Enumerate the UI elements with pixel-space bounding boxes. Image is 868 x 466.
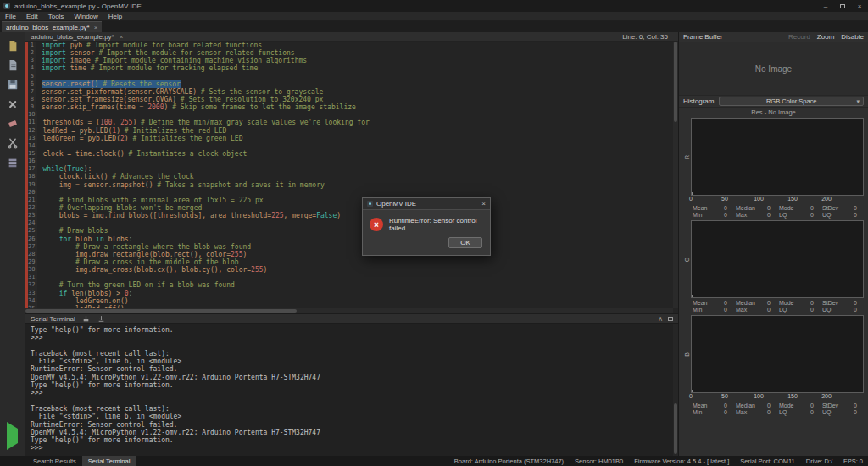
close-button[interactable]: × (851, 0, 868, 12)
menu-file[interactable]: File (0, 12, 21, 20)
line-number: 22 (25, 204, 37, 212)
build-icon[interactable] (6, 97, 19, 111)
menubar: File Edit Tools Window Help (0, 12, 868, 21)
stat-stdev: StDev0 (821, 402, 864, 408)
tab-serial-terminal[interactable]: Serial Terminal (82, 456, 136, 466)
code-line: 15clock = time.clock() # Instantiates a … (25, 150, 678, 158)
save-icon[interactable] (6, 78, 19, 92)
dialog-close-icon[interactable]: × (481, 200, 486, 208)
line-number: 33 (25, 290, 37, 297)
terminal-line: OpenMV v4.5.4; MicroPython v1.22-omv.r22… (31, 374, 673, 381)
save-log-icon[interactable] (97, 314, 106, 323)
maximize-button[interactable] (834, 0, 851, 12)
collapse-panel-icon[interactable]: ∧ (658, 315, 663, 323)
stat-lq: LQ0 (777, 409, 821, 415)
code-text: for blob in blobs: (42, 236, 132, 243)
docs-icon[interactable] (6, 156, 19, 169)
terminal-line: RuntimeError: Sensor control failed. (31, 365, 673, 373)
stat-max: Max0 (734, 212, 777, 218)
code-text: while(True): (42, 165, 92, 173)
line-number: 4 (25, 64, 36, 72)
window-title: arduino_blobs_example.py - OpenMV IDE (14, 3, 142, 10)
menu-window[interactable]: Window (69, 12, 103, 20)
code-text: # Draw a cross in the middle of the blob (42, 258, 238, 266)
dialog-titlebar[interactable]: OpenMV IDE × (363, 198, 490, 210)
file-icon[interactable] (6, 39, 19, 53)
line-number: 34 (25, 297, 37, 305)
code-line: 19 img = sensor.snapshot() # Takes a sna… (25, 181, 678, 189)
code-line: 22 # Overlapping blobs won't be merged (25, 204, 678, 212)
tab-close-icon[interactable]: × (94, 24, 98, 31)
code-editor[interactable]: 1import pyb # Import module for board re… (25, 42, 678, 313)
minimize-button[interactable]: – (817, 0, 834, 12)
clear-terminal-icon[interactable] (82, 314, 91, 323)
code-line: 17while(True): (25, 165, 678, 173)
stat-mean: Mean0 (691, 300, 734, 306)
line-number: 14 (25, 142, 37, 150)
sidebar-toolbar (0, 32, 25, 456)
zoom-button[interactable]: Zoom (817, 33, 834, 41)
disable-button[interactable]: Disable (841, 33, 864, 41)
line-number: 23 (25, 212, 37, 219)
statusbar: Search Results Serial Terminal Board: Ar… (0, 456, 868, 466)
histogram-title: Histogram (683, 97, 714, 105)
code-text: import pyb # Import module for board rel… (42, 42, 262, 49)
open-document-name[interactable]: arduino_blobs_example.py* (31, 33, 114, 41)
menu-tools[interactable]: Tools (43, 12, 70, 20)
terminal-line: Traceback (most recent call last): (31, 350, 673, 358)
line-number: 32 (25, 281, 37, 289)
eraser-icon[interactable] (6, 117, 19, 130)
stat-lq: LQ0 (777, 212, 821, 218)
code-line: 23 blobs = img.find_blobs([thresholds], … (25, 212, 678, 219)
editor-toolbar: arduino_blobs_example.py* × Line: 6, Col… (25, 32, 678, 42)
histogram-plot (691, 315, 864, 393)
scrollbar-thumb[interactable] (25, 309, 297, 313)
line-number: 26 (25, 236, 37, 243)
stat-uq: UQ0 (821, 307, 864, 313)
channel-axis-label: R (683, 118, 691, 196)
code-line: 13ledGreen = pyb.LED(2) # Initializes th… (25, 135, 678, 142)
edit-icon[interactable] (6, 58, 19, 72)
color-space-dropdown[interactable]: RGB Color Space ▾ (719, 97, 864, 106)
code-text: sensor.set_pixformat(sensor.GRAYSCALE) #… (42, 88, 323, 96)
record-button[interactable]: Record (788, 33, 810, 41)
menu-edit[interactable]: Edit (21, 12, 43, 20)
stat-min: Min0 (691, 212, 734, 218)
terminal-line: Type "help()" for more information. (31, 436, 673, 444)
line-number: 16 (25, 158, 37, 165)
stat-stdev: StDev0 (821, 205, 864, 211)
code-text: thresholds = (100, 255) # Define the min… (42, 119, 369, 126)
sensor-status: Sensor: HM01B0 (575, 458, 623, 465)
line-number: 30 (25, 266, 37, 274)
menu-help[interactable]: Help (103, 12, 127, 20)
dialog-app-icon (367, 201, 373, 207)
titlebar: arduino_blobs_example.py - OpenMV IDE – … (0, 0, 868, 12)
scrollbar-thumb[interactable] (674, 42, 677, 122)
scrollbar-thumb[interactable] (674, 403, 677, 454)
openmv-ide-window: arduino_blobs_example.py - OpenMV IDE – … (0, 0, 868, 466)
terminal-line: File "<stdin>", line 6, in <module> (31, 358, 673, 365)
stat-max: Max0 (734, 409, 777, 415)
stat-uq: UQ0 (821, 409, 864, 415)
cut-icon[interactable] (6, 136, 19, 150)
code-line: 34 ledGreen.on() (25, 297, 678, 305)
tab-search-results[interactable]: Search Results (27, 456, 82, 466)
document-close-icon[interactable]: × (120, 33, 124, 41)
drive-status: Drive: D:/ (806, 458, 832, 465)
line-number: 10 (25, 111, 37, 119)
serial-terminal-output[interactable]: Type "help()" for more information.>>> T… (25, 324, 678, 456)
float-panel-icon[interactable] (668, 317, 673, 321)
line-number: 17 (25, 165, 37, 173)
terminal-line: >>> (31, 444, 673, 452)
ok-button[interactable]: OK (448, 237, 482, 248)
stat-min: Min0 (691, 409, 734, 415)
line-number: 18 (25, 173, 37, 180)
stat-mean: Mean0 (691, 205, 734, 211)
code-text: import time # Import module for tracking… (42, 64, 258, 72)
firmware-status: Firmware Version: 4.5.4 - [ latest ] (634, 458, 729, 465)
start-script-button[interactable] (7, 429, 18, 444)
editor-tab[interactable]: arduino_blobs_example.py* × (2, 21, 102, 32)
code-line: 29 # Draw a cross in the middle of the b… (25, 258, 678, 266)
dialog-title: OpenMV IDE (376, 200, 416, 208)
stat-max: Max0 (734, 307, 777, 313)
